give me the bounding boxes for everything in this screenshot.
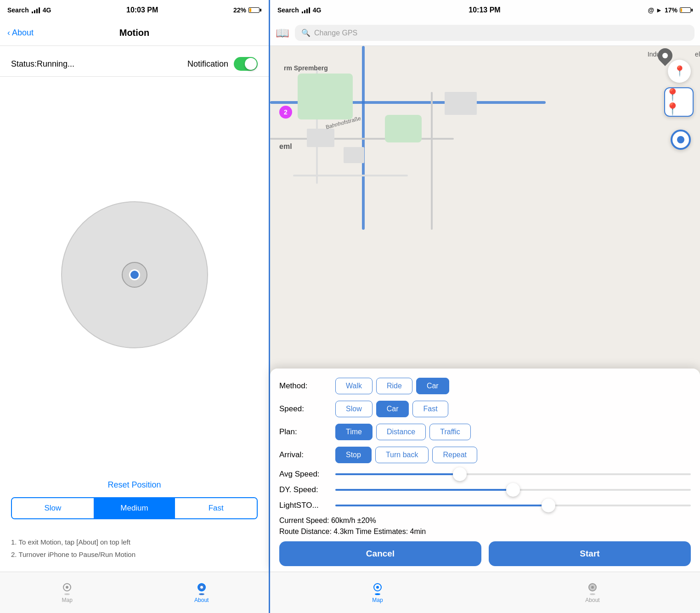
- plan-time[interactable]: Time: [335, 424, 373, 440]
- carrier-left: Search 4G: [7, 6, 51, 14]
- battery-right: @ ► 17%: [648, 6, 693, 14]
- arrival-turnback[interactable]: Turn back: [375, 447, 429, 463]
- status-bar-left: Search 4G 10:03 PM 22%: [0, 0, 269, 20]
- svg-point-10: [591, 586, 594, 589]
- speed-slow-right[interactable]: Slow: [335, 401, 373, 417]
- current-location-btn[interactable]: [671, 130, 691, 150]
- cancel-button[interactable]: Cancel: [279, 541, 481, 566]
- book-icon[interactable]: 📖: [276, 27, 289, 40]
- joystick-inner[interactable]: [122, 262, 147, 288]
- arrival-repeat[interactable]: Repeat: [432, 447, 477, 463]
- instructions: 1. To exit Motion, tap [About] on top le…: [0, 528, 269, 572]
- content-area-left: Status:Running... Notification Reset Pos…: [0, 46, 269, 572]
- battery-icon-left: [248, 7, 261, 13]
- svg-point-5: [199, 593, 204, 595]
- building-2: [344, 147, 364, 163]
- lightsto-label: LightSTO...: [279, 501, 330, 510]
- carrier-text-right: Search: [277, 6, 299, 14]
- signal-bars-right: [302, 7, 310, 13]
- bottom-tabs-right: Map About: [270, 572, 700, 613]
- joystick-outer[interactable]: [61, 201, 208, 348]
- avg-speed-thumb[interactable]: [453, 467, 467, 481]
- avg-speed-row: Avg Speed:: [279, 470, 691, 479]
- notification-row: Notification: [187, 57, 258, 71]
- svg-point-4: [200, 586, 203, 589]
- notification-toggle[interactable]: [234, 57, 258, 71]
- signal-type-left: 4G: [43, 6, 51, 14]
- avg-speed-fill: [335, 473, 460, 475]
- plan-traffic[interactable]: Traffic: [429, 424, 471, 440]
- pin-icon: 📍: [673, 65, 686, 77]
- speed-fast-right[interactable]: Fast: [412, 401, 448, 417]
- method-walk[interactable]: Walk: [335, 378, 373, 394]
- carrier-right: Search 4G: [277, 6, 321, 14]
- tab-map-right[interactable]: Map: [270, 582, 485, 603]
- about-icon-right: [586, 582, 599, 595]
- tab-about-left[interactable]: About: [135, 582, 269, 603]
- lightsto-track[interactable]: [335, 505, 691, 506]
- method-car[interactable]: Car: [416, 378, 449, 394]
- reset-position-button[interactable]: Reset Position: [0, 473, 269, 497]
- map-road-3: [270, 138, 454, 140]
- building-1: [307, 129, 334, 147]
- about-icon-left: [195, 582, 208, 595]
- plan-distance[interactable]: Distance: [376, 424, 426, 440]
- battery-percent-right: 17%: [665, 6, 677, 14]
- tab-about-right[interactable]: About: [485, 582, 700, 603]
- svg-point-1: [66, 586, 68, 589]
- method-ride[interactable]: Ride: [376, 378, 412, 394]
- joystick-area: [0, 77, 269, 473]
- page-title-left: Motion: [119, 28, 150, 38]
- tab-map-label-left: Map: [62, 597, 73, 603]
- battery-left: 22%: [233, 6, 261, 14]
- map-label-eml: eml: [279, 142, 292, 151]
- speed-medium-left[interactable]: Medium: [94, 498, 175, 518]
- search-input-container[interactable]: 🔍 Change GPS: [295, 25, 694, 41]
- carrier-text-left: Search: [7, 6, 29, 14]
- current-location-dot: [677, 136, 684, 143]
- dy-speed-track[interactable]: [335, 489, 691, 491]
- instruction-line1: 1. To exit Motion, tap [About] on top le…: [11, 536, 258, 548]
- speed-slow-left[interactable]: Slow: [12, 498, 94, 518]
- tab-map-left[interactable]: Map: [0, 582, 135, 603]
- avg-speed-track[interactable]: [335, 473, 691, 475]
- back-label: About: [12, 28, 34, 38]
- action-buttons: Cancel Start: [279, 541, 691, 566]
- svg-point-8: [375, 593, 380, 595]
- green-area-1: [298, 74, 353, 119]
- method-row: Method: Walk Ride Car: [279, 378, 691, 394]
- avg-speed-label: Avg Speed:: [279, 470, 330, 479]
- arrival-stop[interactable]: Stop: [335, 447, 372, 463]
- dy-speed-thumb[interactable]: [506, 483, 520, 497]
- battery-percent-left: 22%: [233, 6, 246, 14]
- search-bar: 📖 🔍 Change GPS: [270, 20, 700, 46]
- back-chevron-icon: ‹: [7, 28, 10, 38]
- lightsto-row: LightSTO...: [279, 501, 691, 510]
- tab-map-label-right: Map: [372, 597, 383, 603]
- arrival-row: Arrival: Stop Turn back Repeat: [279, 447, 691, 463]
- nav-bar-left: ‹ About Motion: [0, 20, 269, 46]
- bar1: [32, 11, 33, 13]
- green-area-2: [385, 115, 422, 142]
- signal-type-right: 4G: [313, 6, 322, 14]
- back-button[interactable]: ‹ About: [7, 28, 34, 38]
- start-button[interactable]: Start: [489, 541, 691, 566]
- signal-bars-left: [32, 7, 40, 13]
- status-row: Status:Running... Notification: [0, 46, 269, 77]
- speed-car-right[interactable]: Car: [376, 401, 409, 417]
- speed-fast-left[interactable]: Fast: [175, 498, 257, 518]
- search-placeholder: Change GPS: [314, 29, 357, 37]
- speed-label: Speed:: [279, 404, 330, 414]
- map-label-el: el: [695, 51, 700, 58]
- route-button[interactable]: 📍📍: [664, 87, 694, 117]
- route-distance-text: Route Distance: 4.3km: [279, 528, 354, 535]
- lightsto-thumb[interactable]: [542, 499, 555, 512]
- speed-options: Slow Car Fast: [335, 401, 448, 417]
- destination-marker-btn[interactable]: 📍: [668, 60, 691, 83]
- lightsto-fill: [335, 505, 548, 506]
- badge-2: 2: [279, 106, 292, 119]
- arrival-options: Stop Turn back Repeat: [335, 447, 477, 463]
- bar4: [39, 7, 40, 13]
- map-icon-right: [371, 582, 384, 595]
- speed-row: Speed: Slow Car Fast: [279, 401, 691, 417]
